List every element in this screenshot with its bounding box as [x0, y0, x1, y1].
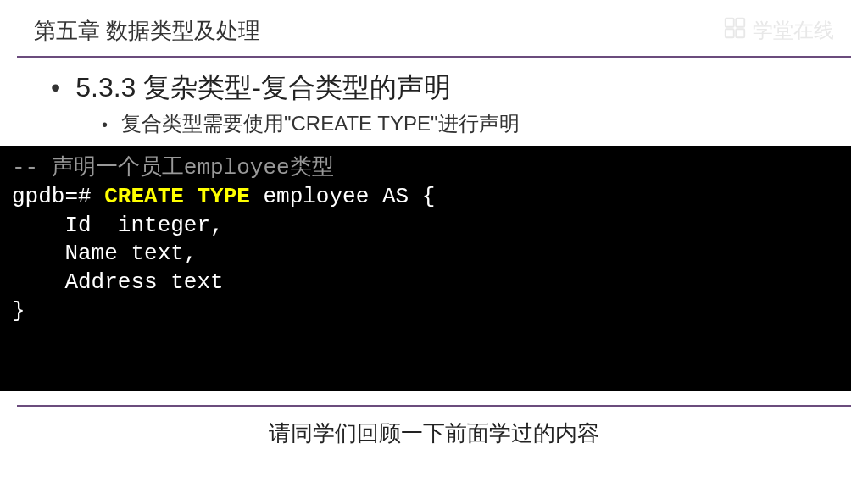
footer-divider — [17, 405, 851, 407]
sub-point-text: 复合类型需要使用"CREATE TYPE"进行声明 — [121, 110, 520, 137]
watermark-text: 学堂在线 — [753, 17, 834, 44]
code-keyword: CREATE TYPE — [104, 184, 250, 209]
watermark: 学堂在线 — [722, 15, 834, 46]
slide-header: 第五章 数据类型及处理 学堂在线 — [0, 0, 868, 53]
code-comment: -- 声明一个员工employee类型 — [12, 155, 334, 180]
heading-text: 5.3.3 复杂类型-复合类型的声明 — [75, 69, 451, 107]
chapter-title: 第五章 数据类型及处理 — [34, 16, 260, 46]
sub-point: • 复合类型需要使用"CREATE TYPE"进行声明 — [102, 110, 834, 137]
header-divider — [17, 56, 851, 58]
bullet-icon: • — [51, 74, 60, 101]
svg-rect-1 — [736, 19, 744, 27]
code-text: Id integer, — [12, 213, 224, 238]
code-text: Name text, — [12, 241, 197, 266]
footer-caption: 请同学们回顾一下前面学过的内容 — [0, 413, 868, 448]
code-prompt: gpdb=# — [12, 184, 104, 209]
bullet-icon: • — [102, 115, 108, 135]
code-text: } — [12, 298, 25, 324]
code-block: -- 声明一个员工employee类型 gpdb=# CREATE TYPE e… — [0, 146, 851, 391]
svg-rect-0 — [726, 19, 734, 27]
section-heading: • 5.3.3 复杂类型-复合类型的声明 — [51, 69, 834, 107]
code-text: Address text — [12, 269, 224, 295]
book-icon — [722, 15, 748, 46]
svg-rect-3 — [736, 29, 744, 37]
svg-rect-2 — [726, 29, 734, 37]
code-text: employee AS { — [250, 184, 435, 209]
slide-content: • 5.3.3 复杂类型-复合类型的声明 • 复合类型需要使用"CREATE T… — [0, 69, 868, 137]
